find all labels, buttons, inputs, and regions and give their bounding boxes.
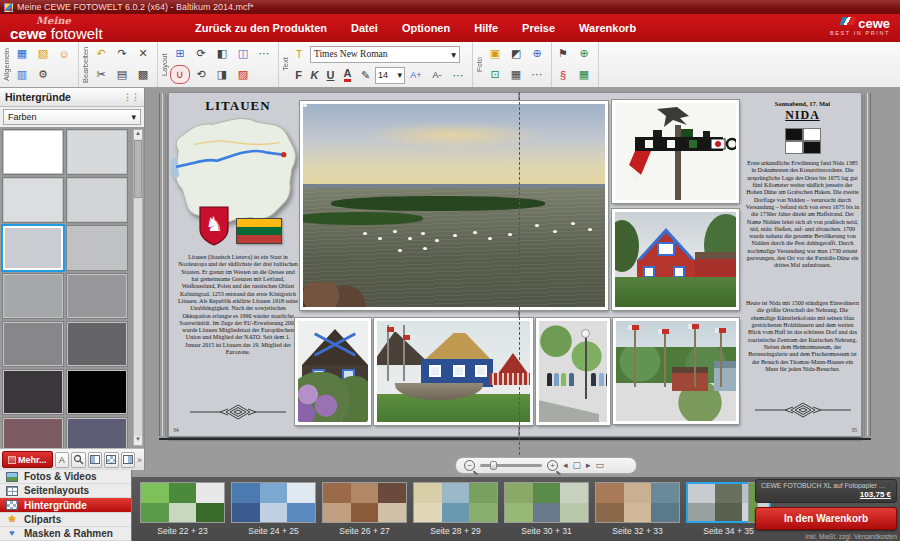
undo-icon[interactable]: ↶ [91, 44, 111, 63]
add-to-cart-button[interactable]: In den Warenkorb [755, 507, 897, 530]
replace-image-icon[interactable]: ▨ [233, 65, 253, 84]
font-size-up-button[interactable]: A+ [406, 66, 426, 85]
more-backgrounds-button[interactable]: Mehr... [2, 451, 53, 468]
color-swatch[interactable] [67, 226, 127, 270]
map-globe-icon[interactable]: ⊕ [527, 44, 547, 63]
photo-weathervane-square[interactable] [613, 318, 739, 424]
filmstrip-page[interactable]: Seite 28 + 29 [413, 482, 498, 536]
layers-icon[interactable]: ◫ [233, 44, 253, 63]
photo-mask-icon[interactable]: ▦ [506, 65, 526, 84]
photo-more-icon[interactable]: ⋯ [527, 65, 547, 84]
filmstrip-page[interactable]: Seite 32 + 33 [595, 482, 680, 536]
save-as-icon[interactable]: ▥ [12, 65, 32, 84]
italic-button[interactable]: K [307, 66, 322, 85]
scroll-down-icon[interactable]: ▼ [134, 436, 142, 445]
photo-weather-vane[interactable] [612, 100, 739, 203]
photo-red-house[interactable] [612, 209, 739, 310]
cut-icon[interactable]: ✂ [91, 65, 111, 84]
color-swatch[interactable] [3, 370, 63, 414]
sidebar-item-hintergruende[interactable]: Hintergründe [0, 498, 131, 512]
sort-icon[interactable]: A [55, 452, 70, 468]
color-swatch[interactable] [67, 370, 127, 414]
sidebar-item-fotos-videos[interactable]: Fotos & Videos [0, 470, 131, 484]
spiral-binding-icon[interactable]: § [553, 65, 573, 84]
right-page-paragraph-2[interactable]: Heute ist Nida mit 1500 ständigen Einwoh… [745, 300, 860, 373]
right-page-title[interactable]: NIDA [747, 108, 858, 123]
photo-frame-icon[interactable]: ▣ [485, 44, 505, 63]
world-map-icon[interactable]: ⊕ [574, 44, 594, 63]
product-price[interactable]: 103,75 € [761, 490, 891, 499]
color-swatch[interactable] [3, 322, 63, 366]
settings-gear-icon[interactable]: ⚙ [33, 65, 53, 84]
scroll-up-icon[interactable]: ▲ [134, 130, 142, 139]
book-spread[interactable]: LITAUEN ♞ Litauen (litauisch Lietuva) is… [168, 92, 862, 437]
redo-icon[interactable]: ↷ [112, 44, 132, 63]
save-icon[interactable]: ▦ [12, 44, 32, 63]
copy-icon[interactable]: ▤ [112, 65, 132, 84]
insert-text-icon[interactable]: T [291, 45, 307, 64]
shadow-icon[interactable]: ◩ [506, 44, 526, 63]
color-swatch[interactable] [3, 130, 63, 174]
to-back-icon[interactable]: ◧ [212, 44, 232, 63]
zoom-slider-handle[interactable] [490, 461, 497, 470]
zoom-in-icon[interactable]: + [547, 460, 558, 471]
filmstrip-page[interactable]: Seite 24 + 25 [231, 482, 316, 536]
filmstrip-page[interactable]: Seite 26 + 27 [322, 482, 407, 536]
product-info-box[interactable]: CEWE FOTOBUCH XL auf Fotopapier matt (24… [755, 479, 897, 503]
swatch-scrollbar[interactable]: ▲ ▼ [133, 129, 143, 446]
menu-warenkorb[interactable]: Warenkorb [579, 22, 636, 34]
sidebar-item-seitenlayouts[interactable]: Seitenlayouts [0, 484, 131, 498]
menu-optionen[interactable]: Optionen [402, 22, 450, 34]
color-swatch[interactable] [67, 418, 127, 448]
zoom-slider[interactable] [480, 464, 542, 467]
preview-zoom-icon[interactable] [71, 452, 86, 468]
insert-image-icon[interactable]: ▦ [574, 65, 594, 84]
apply-both-pages-icon[interactable] [104, 452, 119, 468]
left-page-text[interactable]: Litauen (litauisch Lietuva) ist ein Staa… [178, 254, 298, 356]
color-swatch[interactable] [67, 274, 127, 318]
delete-icon[interactable]: ✕ [133, 44, 153, 63]
crop-icon[interactable]: ⊡ [485, 65, 505, 84]
photo-lagoon-swans[interactable] [300, 101, 608, 310]
apply-right-page-icon[interactable] [121, 452, 136, 468]
spread-view-icon[interactable]: ▭ [596, 461, 605, 470]
sidebar-item-masken-rahmen[interactable]: ♥ Masken & Rahmen [0, 527, 131, 541]
color-swatch[interactable] [3, 178, 63, 222]
account-icon[interactable]: ☺ [54, 44, 74, 63]
zoom-out-icon[interactable]: − [464, 460, 475, 471]
font-size-down-button[interactable]: A- [427, 66, 447, 85]
bold-button[interactable]: F [291, 66, 306, 85]
title-bar[interactable]: Meine CEWE FOTOWELT 6.0.2 (x64) - Baltik… [0, 0, 900, 14]
nida-checker-symbol[interactable] [785, 128, 821, 154]
rotate-ccw-icon[interactable]: ⟲ [191, 65, 211, 84]
weathervane-clipart-icon[interactable]: ⚑ [553, 44, 573, 63]
menu-preise[interactable]: Preise [522, 22, 555, 34]
color-swatch[interactable] [3, 274, 63, 318]
photo-blue-house-boat[interactable] [374, 318, 533, 425]
left-page-title[interactable]: LITAUEN [180, 98, 296, 114]
color-swatch[interactable] [67, 322, 127, 366]
text-pen-color-icon[interactable]: ✎ [357, 66, 374, 85]
text-more-icon[interactable]: ⋯ [448, 66, 468, 85]
fit-to-window-icon[interactable]: ▢ [573, 461, 582, 470]
rotate-cw-icon[interactable]: ⟳ [191, 44, 211, 63]
color-swatch[interactable] [67, 178, 127, 222]
lithuania-flag[interactable] [236, 218, 282, 244]
color-swatch[interactable] [3, 418, 63, 448]
sidebar-item-cliparts[interactable]: ❀ Cliparts [0, 513, 131, 527]
next-page-icon[interactable]: ▸ [586, 461, 591, 470]
menu-hilfe[interactable]: Hilfe [474, 22, 498, 34]
right-page-paragraph-1[interactable]: Erste urkundliche Erwähnung fand Nida 13… [745, 160, 860, 270]
apply-left-page-icon[interactable] [88, 452, 103, 468]
filmstrip-page[interactable]: Seite 30 + 31 [504, 482, 589, 536]
magnet-snap-icon[interactable]: ∪ [170, 65, 190, 84]
lithuania-coat-of-arms[interactable]: ♞ [199, 206, 229, 246]
right-page-date[interactable]: Sonnabend, 17. Mai [747, 100, 858, 107]
canvas-area[interactable]: LITAUEN ♞ Litauen (litauisch Lietuva) is… [145, 88, 900, 477]
font-size-select[interactable]: 14 ▾ [375, 67, 405, 84]
color-swatch[interactable] [67, 130, 127, 174]
footer-overflow-icon[interactable]: » [137, 455, 142, 465]
photo-dark-house-lilacs[interactable] [295, 318, 371, 425]
menu-datei[interactable]: Datei [351, 22, 378, 34]
underline-button[interactable]: U [323, 66, 338, 85]
